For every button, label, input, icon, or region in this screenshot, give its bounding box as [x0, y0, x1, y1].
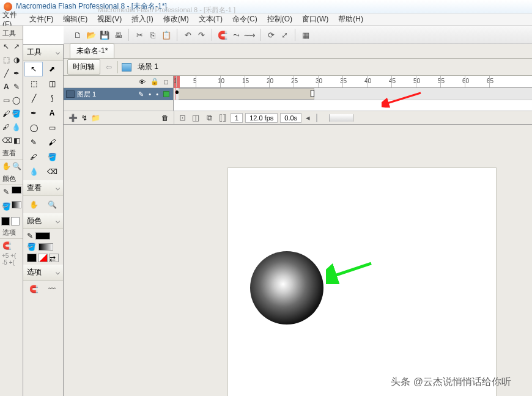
tool-panel-header[interactable]: 工具: [23, 45, 63, 61]
menu-insert[interactable]: 插入(I): [129, 13, 155, 25]
frame-span[interactable]: [179, 88, 314, 100]
menu-modify[interactable]: 修改(M): [161, 13, 191, 25]
paint-bucket-icon[interactable]: 🪣: [12, 109, 21, 119]
eraser2-icon[interactable]: ◧: [13, 136, 21, 145]
scroll-left-icon[interactable]: ◂: [304, 112, 311, 123]
layer-row[interactable]: 图层 1 ✎ • •: [64, 88, 173, 100]
eyedropper-icon[interactable]: 💧: [12, 122, 21, 132]
pen-tool-icon[interactable]: ✒: [12, 68, 21, 78]
selection-tool-icon[interactable]: ↖: [2, 42, 11, 51]
menu-window[interactable]: 窗口(W): [300, 13, 331, 25]
menu-help[interactable]: 帮助(H): [336, 13, 366, 25]
smooth-option[interactable]: 〰: [43, 282, 61, 296]
pencil-tool-icon[interactable]: ✎: [12, 82, 21, 92]
menu-view[interactable]: 视图(V): [95, 13, 124, 25]
fill-swatch[interactable]: [12, 201, 21, 208]
free-transform-icon[interactable]: ⬚: [2, 55, 11, 65]
eraser-tool[interactable]: ⌫: [43, 164, 61, 179]
no-color-button[interactable]: [38, 254, 48, 262]
menu-control[interactable]: 控制(O): [265, 13, 295, 25]
onion-skin-icon[interactable]: ◫: [190, 112, 201, 123]
option-panel-header[interactable]: 选项: [23, 265, 63, 280]
gradient-transform-tool[interactable]: ◫: [43, 76, 61, 91]
brush-tool-icon[interactable]: 🖌: [2, 109, 10, 119]
stroke-color-swatch[interactable]: [35, 232, 50, 240]
text-tool-icon[interactable]: A: [2, 82, 11, 92]
straighten-icon[interactable]: ⟿: [244, 29, 255, 40]
frame-scrollbar[interactable]: [316, 114, 317, 122]
timeline-frames-row[interactable]: [174, 88, 532, 100]
default-colors-icon[interactable]: [1, 217, 10, 226]
outline-icon[interactable]: □: [164, 78, 168, 86]
stage-canvas[interactable]: [227, 167, 497, 396]
copy-icon[interactable]: ⎘: [147, 29, 158, 40]
eyedropper-tool[interactable]: 💧: [24, 164, 43, 179]
keyframe-end[interactable]: [311, 90, 314, 97]
hand-tool-icon[interactable]: ✋: [2, 161, 11, 171]
print-icon[interactable]: 🖶: [113, 29, 124, 40]
ink-bottle-icon[interactable]: 🖋: [2, 122, 10, 132]
paste-icon[interactable]: 📋: [161, 29, 172, 40]
timeline-toggle-button[interactable]: 时间轴: [67, 59, 100, 75]
cut-icon[interactable]: ✂: [134, 29, 145, 40]
swap-colors-button[interactable]: ⇄: [49, 254, 59, 262]
edit-multiple-frames-icon[interactable]: ⟦⟧: [217, 112, 228, 123]
gradient-sphere-shape[interactable]: [250, 251, 323, 324]
insert-layer-icon[interactable]: ➕: [68, 114, 78, 122]
pencil-tool[interactable]: ✎: [24, 135, 43, 150]
swap-colors-icon[interactable]: [11, 217, 20, 226]
layer-name[interactable]: 图层 1: [77, 90, 96, 99]
zoom-tool[interactable]: 🔍: [43, 197, 61, 212]
rectangle-tool-icon[interactable]: ▭: [2, 95, 11, 105]
center-frame-icon[interactable]: ⊡: [177, 112, 188, 123]
oval-tool-icon[interactable]: ◯: [12, 95, 21, 105]
stroke-swatch[interactable]: [12, 186, 22, 194]
layer-outline-swatch[interactable]: [163, 91, 169, 97]
color-panel-header[interactable]: 颜色: [23, 213, 63, 229]
layer-lock-dot[interactable]: •: [156, 90, 158, 98]
lasso-tool[interactable]: ⟆: [43, 91, 61, 106]
snap-magnet-option[interactable]: 🧲: [24, 282, 43, 296]
rectangle-tool[interactable]: ▭: [43, 120, 61, 135]
view-panel-header[interactable]: 查看: [23, 180, 63, 196]
insert-motion-guide-icon[interactable]: ↯: [81, 114, 87, 122]
scale-icon[interactable]: ⤢: [279, 29, 290, 40]
line-tool-icon[interactable]: ╱: [2, 68, 11, 78]
hand-tool[interactable]: ✋: [24, 197, 43, 212]
lock-icon[interactable]: 🔒: [150, 78, 159, 86]
insert-folder-icon[interactable]: 📁: [91, 114, 100, 122]
subselection-tool[interactable]: ⬈: [43, 62, 61, 76]
menu-text[interactable]: 文本(T): [196, 13, 225, 25]
zoom-tool-icon[interactable]: 🔍: [12, 161, 21, 171]
line-tool[interactable]: ╱: [24, 91, 43, 106]
fill-color-swatch[interactable]: [39, 243, 53, 251]
oval-tool[interactable]: ◯: [24, 120, 43, 135]
menu-edit[interactable]: 编辑(E): [61, 13, 90, 25]
snap-icon[interactable]: 🧲: [217, 29, 228, 40]
save-file-icon[interactable]: 💾: [99, 29, 110, 40]
scrollbar-thumb[interactable]: [329, 114, 353, 122]
back-arrow-icon[interactable]: ⇦: [104, 62, 114, 72]
timeline-ruler[interactable]: 15101520253035404550556065: [174, 76, 532, 88]
eraser-tool-icon[interactable]: ⌫: [2, 136, 12, 145]
menu-file[interactable]: 文件(F): [27, 13, 56, 25]
magnet-icon[interactable]: 🧲: [2, 241, 12, 251]
undo-icon[interactable]: ↶: [182, 29, 193, 40]
layer-visible-dot[interactable]: •: [149, 90, 151, 98]
open-file-icon[interactable]: 📂: [86, 29, 97, 40]
brush-tool[interactable]: 🖌: [43, 135, 61, 150]
smooth-icon[interactable]: ⤳: [231, 29, 242, 40]
selection-tool[interactable]: ↖: [24, 62, 43, 76]
subselection-tool-icon[interactable]: ↗: [12, 42, 21, 51]
ink-bottle-tool[interactable]: 🖋: [24, 150, 43, 164]
scene-label[interactable]: 场景 1: [138, 62, 158, 72]
free-transform-tool[interactable]: ⬚: [24, 76, 43, 91]
lasso-tool-icon[interactable]: ◑: [12, 55, 21, 65]
redo-icon[interactable]: ↷: [196, 29, 207, 40]
menu-command[interactable]: 命令(C): [230, 13, 260, 25]
delete-layer-icon[interactable]: 🗑: [161, 114, 169, 122]
rotate-icon[interactable]: ⟳: [265, 29, 276, 40]
paint-bucket-tool[interactable]: 🪣: [43, 150, 61, 164]
document-tab[interactable]: 未命名-1*: [70, 43, 114, 58]
eye-icon[interactable]: 👁: [139, 78, 146, 86]
